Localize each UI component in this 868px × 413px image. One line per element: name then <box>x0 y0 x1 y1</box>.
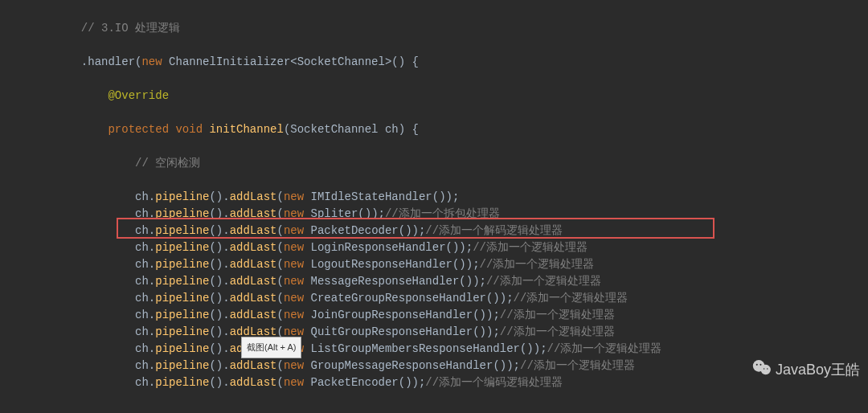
class-ref: CreateGroupResponseHandler <box>304 292 486 305</box>
code-text: ch. <box>135 241 155 254</box>
class-ref: LoginResponseHandler <box>304 241 445 254</box>
comment: //添加一个逻辑处理器 <box>547 342 662 355</box>
code-text: ch. <box>135 342 155 355</box>
class-ref: PacketDecoder <box>304 224 399 237</box>
code-text: ( <box>277 359 284 372</box>
code-text: ch. <box>135 309 155 321</box>
keyword: new <box>284 275 304 288</box>
keyword: new <box>284 258 304 271</box>
code-text: .handler( <box>81 55 142 68</box>
annotation: @Override <box>108 89 169 102</box>
keyword: protected <box>108 123 169 136</box>
comment: //添加一个逻辑处理器 <box>514 292 628 305</box>
method: initChannel <box>203 123 284 136</box>
code-text: ()); <box>473 309 500 321</box>
code-text: ()); <box>446 241 473 254</box>
comment: //添加一个解码逻辑处理器 <box>425 224 563 237</box>
class-ref: PacketEncoder <box>304 376 399 389</box>
code-text: (). <box>209 241 229 254</box>
comment: //添加一个逻辑处理器 <box>473 241 588 254</box>
comment: //添加一个逻辑处理器 <box>486 275 601 288</box>
code-text: (). <box>209 258 229 271</box>
code-text: ()); <box>520 342 547 355</box>
method: pipeline <box>155 275 209 288</box>
code-text: (). <box>209 275 229 288</box>
code-text: (). <box>209 292 229 305</box>
code-text: ch. <box>135 359 155 372</box>
svg-point-2 <box>756 364 758 366</box>
code-text: (). <box>209 376 229 389</box>
method: addLast <box>230 224 277 237</box>
method: addLast <box>230 207 277 220</box>
code-line: ch.pipeline().addLast(new QuitGroupRespo… <box>0 324 868 341</box>
code-line: ch.pipeline().addLast(new ListGroupMembe… <box>0 341 868 358</box>
code-text: ()); <box>358 207 385 220</box>
code-text: (). <box>209 359 229 372</box>
code-text: ( <box>277 190 284 203</box>
code-line: ch.pipeline().addLast(new GroupMessageRe… <box>0 358 868 374</box>
class-ref: JoinGroupResponseHandler <box>304 309 473 321</box>
code-text: ch. <box>135 292 155 305</box>
method: addLast <box>230 275 277 288</box>
code-text: (). <box>209 190 229 203</box>
method: pipeline <box>155 207 209 220</box>
class-ref: LogoutResponseHandler <box>304 258 452 271</box>
code-text: ( <box>277 275 284 288</box>
comment: // 空闲检测 <box>135 157 200 170</box>
code-text: (). <box>209 309 229 321</box>
class-ref: QuitGroupResponseHandler <box>304 325 473 338</box>
code-text: ( <box>277 376 284 389</box>
svg-point-5 <box>767 368 768 370</box>
code-line: ch.pipeline().addLast(new PacketDecoder(… <box>0 223 868 239</box>
comment: //添加一个逻辑处理器 <box>520 359 635 372</box>
class-ref: Spliter <box>304 207 358 220</box>
code-text: ch. <box>135 224 155 237</box>
keyword: new <box>284 224 304 237</box>
code-line: ch.pipeline().addLast(new CreateGroupRes… <box>0 290 868 307</box>
code-text: ch. <box>135 258 155 271</box>
code-line: ch.pipeline().addLast(new LoginResponseH… <box>0 239 868 256</box>
keyword: new <box>284 376 304 389</box>
code-text: ( <box>277 241 284 254</box>
svg-point-1 <box>760 365 770 374</box>
keyword: new <box>284 292 304 305</box>
pipeline-block: ch.pipeline().addLast(new IMIdleStateHan… <box>0 189 868 391</box>
code-text: ( <box>277 224 284 237</box>
comment: //添加一个逻辑处理器 <box>500 309 615 321</box>
wechat-icon <box>751 358 772 382</box>
code-line: // 空闲检测 <box>0 155 868 172</box>
code-line: ch.pipeline().addLast(new LogoutResponse… <box>0 256 868 273</box>
code-text: ()); <box>399 224 426 237</box>
code-text: ch. <box>135 275 155 288</box>
code-line: ch.pipeline().addLast(new PacketEncoder(… <box>0 374 868 391</box>
keyword: new <box>284 241 304 254</box>
method: pipeline <box>155 224 209 237</box>
code-text: (). <box>209 207 229 220</box>
code-text: ()); <box>432 190 460 203</box>
method: pipeline <box>155 342 209 355</box>
code-text: (). <box>209 342 229 355</box>
method: pipeline <box>155 309 209 321</box>
method: pipeline <box>155 241 209 254</box>
comment: //添加一个编码逻辑处理器 <box>425 376 563 389</box>
method: pipeline <box>155 190 209 203</box>
code-editor: // 3.IO 处理逻辑 .handler(new ChannelInitial… <box>0 0 868 413</box>
comment: //添加一个逻辑处理器 <box>500 325 615 338</box>
keyword: new <box>284 207 304 220</box>
method: pipeline <box>155 359 209 372</box>
code-line: ch.pipeline().addLast(new Spliter());//添… <box>0 206 868 223</box>
code-text: (). <box>209 224 229 237</box>
method: addLast <box>230 376 277 389</box>
code-text: ch. <box>135 190 155 203</box>
code-text: ()); <box>459 275 486 288</box>
method: pipeline <box>155 258 209 271</box>
code-text: (SocketChannel ch) { <box>284 123 419 136</box>
code-text: ()); <box>473 325 500 338</box>
code-text: ( <box>277 258 284 271</box>
code-text: ( <box>277 292 284 305</box>
keyword: void <box>169 123 203 136</box>
code-line: .handler(new ChannelInitializer<SocketCh… <box>0 54 868 71</box>
keyword: new <box>284 359 304 372</box>
method: addLast <box>230 190 277 203</box>
code-line: ch.pipeline().addLast(new IMIdleStateHan… <box>0 189 868 206</box>
